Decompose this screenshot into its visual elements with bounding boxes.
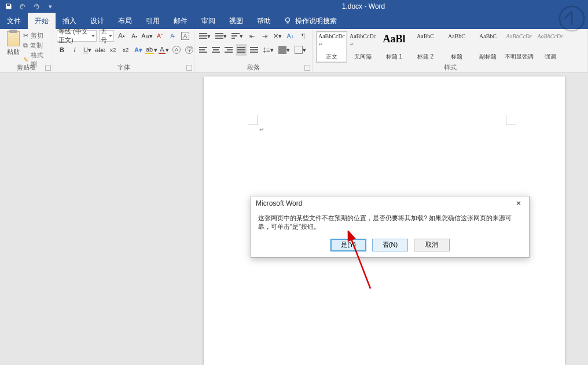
align-center-button[interactable] [211,44,221,56]
styles-group-label: 样式 [313,63,587,72]
dialog-cancel-button[interactable]: 取消 [414,239,450,251]
clear-format-button[interactable]: A̶ [167,30,178,42]
asian-layout-button[interactable]: ✕▾ [272,30,283,42]
align-left-button[interactable] [198,44,208,56]
numbering-icon [215,33,223,39]
customize-qat-icon[interactable]: ▾ [46,2,54,10]
tab-help[interactable]: 帮助 [250,13,278,29]
style-preview: AaBbC [479,33,497,39]
multilevel-button[interactable]: ▾ [230,30,244,42]
paste-button[interactable]: 粘贴 [3,30,23,61]
italic-button[interactable]: I [69,44,80,56]
paste-icon [7,31,20,46]
paragraph-dialog-launcher[interactable] [304,65,310,71]
justify-button[interactable] [236,44,247,56]
clipboard-dialog-launcher[interactable] [45,65,51,71]
highlight-color-button[interactable]: ab▾ [146,44,156,56]
font-size-combo[interactable]: 五号 [99,30,114,42]
numbering-button[interactable]: ▾ [214,30,228,42]
tell-me-label: 操作说明搜索 [295,16,337,26]
style-name: 强调 [545,53,556,61]
style-item[interactable]: AaBbCcDc强调 [535,31,566,63]
bold-button[interactable]: B [57,44,67,56]
redo-icon[interactable] [32,2,41,10]
dialog-yes-button[interactable]: 是(Y) [330,239,366,251]
style-item[interactable]: AaBbCcDc↵正文 [316,31,347,63]
style-item[interactable]: AaBbC标题 [441,31,472,63]
style-name: 正文 [326,53,337,61]
style-name: 副标题 [479,53,497,61]
decrease-indent-button[interactable]: ⇤ [247,30,257,42]
distributed-icon [250,47,258,53]
increase-indent-button[interactable]: ⇥ [259,30,270,42]
cut-button[interactable]: ✂剪切 [23,31,49,40]
ribbon: 粘贴 ✂剪切 ⧉复制 ✎格式刷 剪贴板 等线 (中文正文) 五号 A▴ A▾ A… [0,29,588,73]
document-title: 1.docx - Word [342,2,385,10]
align-right-button[interactable] [223,44,234,56]
dialog-no-button[interactable]: 否(N) [372,239,408,251]
font-name-combo[interactable]: 等线 (中文正文) [57,30,97,42]
character-border-button[interactable]: A [180,30,190,42]
tab-mail[interactable]: 邮件 [167,13,194,29]
styles-gallery: AaBbCcDc↵正文AaBbCcDc↵无间隔AaBl标题 1AaBbC标题 2… [316,30,584,63]
style-preview: AaBbCcDc [350,33,376,39]
text-effects-button[interactable]: A▾ [133,44,144,56]
tab-review[interactable]: 审阅 [194,13,222,29]
style-item[interactable]: AaBbCcDc↵无间隔 [347,31,378,63]
svg-point-0 [286,18,290,22]
tab-design[interactable]: 设计 [83,13,111,29]
save-icon[interactable] [5,2,13,10]
dialog-close-button[interactable]: ✕ [513,199,524,207]
style-item[interactable]: AaBl标题 1 [378,31,410,63]
lightbulb-icon [284,17,292,25]
tab-view[interactable]: 视图 [222,13,250,29]
undo-icon[interactable] [19,2,27,10]
margin-corner-tr [506,115,516,125]
grow-font-button[interactable]: A▴ [116,30,127,42]
shading-icon: A [172,46,181,54]
sort-button[interactable]: A↓ [285,30,296,42]
style-item[interactable]: AaBbC副标题 [472,31,504,63]
dialog-buttons: 是(Y) 否(N) 取消 [251,234,529,257]
style-name: 不明显强调 [505,53,534,61]
enclose-characters-button[interactable]: 字 [184,44,194,56]
subscript-button[interactable]: x2 [108,44,118,56]
borders-icon [295,46,303,54]
style-item[interactable]: AaBbCcDc不明显强调 [504,31,535,63]
tab-insert[interactable]: 插入 [56,13,83,29]
paragraph-group-label: 段落 [194,63,312,72]
tell-me[interactable]: 操作说明搜索 [278,13,343,29]
scissors-icon: ✂ [23,32,28,39]
style-name: 标题 1 [386,53,402,61]
borders-button[interactable]: ▾ [293,44,307,56]
quick-access-toolbar: ▾ [0,2,54,10]
enclose-icon: 字 [185,46,193,54]
font-color-button[interactable]: A▾ [159,44,169,56]
tab-home[interactable]: 开始 [28,13,56,29]
chevron-down-icon [91,35,95,37]
change-case-button[interactable]: Aa▾ [142,30,152,42]
shrink-font-button[interactable]: A▾ [129,30,139,42]
style-item[interactable]: AaBbC标题 2 [410,31,441,63]
character-shading-button[interactable]: A [171,44,182,56]
phonetic-guide-button[interactable]: Aˇ [155,30,165,42]
strikethrough-button[interactable]: abc [95,44,105,56]
font-color-icon: A [159,46,165,54]
distributed-button[interactable] [249,44,259,56]
show-marks-button[interactable]: ¶ [298,30,308,42]
align-center-icon [212,47,220,53]
tab-references[interactable]: 引用 [139,13,167,29]
box-icon: A [181,32,189,40]
superscript-button[interactable]: x2 [120,44,131,56]
bullets-button[interactable]: ▾ [198,30,212,42]
tab-layout[interactable]: 布局 [111,13,139,29]
group-clipboard: 粘贴 ✂剪切 ⧉复制 ✎格式刷 剪贴板 [0,29,53,72]
line-spacing-button[interactable]: ‡≡▾ [262,44,275,56]
font-dialog-launcher[interactable] [186,65,192,71]
copy-button[interactable]: ⧉复制 [23,41,49,50]
shading-button[interactable]: ▾ [277,44,291,56]
underline-button[interactable]: U▾ [82,44,93,56]
highlight-icon: ab [145,46,154,54]
tab-file[interactable]: 文件 [0,13,28,29]
modal-dialog: Microsoft Word ✕ 这张网页中的某些文件不在预期的位置，是否仍要将… [251,196,530,258]
